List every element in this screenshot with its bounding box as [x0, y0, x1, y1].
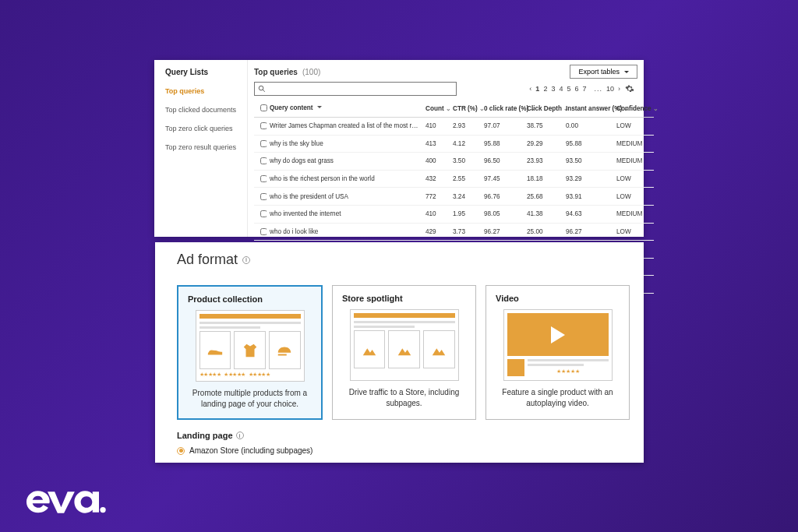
cell-cd: 23.93 — [524, 153, 563, 171]
cell-zcr: 96.50 — [481, 153, 524, 171]
cell-query: who invented the internet — [267, 205, 422, 223]
chevron-down-icon — [624, 71, 629, 76]
info-icon[interactable]: i — [242, 256, 250, 264]
col-header[interactable]: Query content — [267, 99, 422, 118]
page-6[interactable]: 6 — [574, 85, 578, 93]
sidebar-item-0[interactable]: Top queries — [165, 87, 247, 95]
svg-point-2 — [100, 507, 105, 513]
page-2[interactable]: 2 — [543, 85, 547, 93]
sidebar: Query Lists Top queriesTop clicked docum… — [154, 60, 248, 237]
cell-conf: MEDIUM — [613, 135, 654, 153]
page-ellipsis: ... — [594, 85, 602, 93]
ad-format-card-video[interactable]: Video★★★★★Feature a single product with … — [486, 285, 630, 420]
card-thumb: ★★★★★ — [503, 309, 613, 381]
export-tables-button[interactable]: Export tables — [570, 65, 637, 79]
cell-query: who is the president of USA — [267, 188, 422, 206]
table-row[interactable]: who invented the internet4101.9598.0541.… — [254, 205, 654, 223]
cell-ia: 94.63 — [563, 205, 613, 223]
row-checkbox[interactable] — [260, 193, 267, 200]
card-title: Video — [496, 294, 519, 303]
page-4[interactable]: 4 — [559, 85, 563, 93]
col-header[interactable]: Click Depth⌄ — [524, 99, 563, 118]
cell-ia: 0.00 — [563, 118, 613, 136]
sidebar-title: Query Lists — [165, 68, 247, 76]
landing-page-title: Landing page i — [177, 431, 630, 440]
page-last[interactable]: 10 — [606, 85, 614, 93]
cell-cd: 41.38 — [524, 205, 563, 223]
cell-zcr: 96.76 — [481, 188, 524, 206]
cell-ctr: 3.50 — [450, 153, 481, 171]
cell-cd: 18.18 — [524, 170, 563, 188]
search-input[interactable] — [254, 82, 457, 96]
query-main: Top queries (100) Export tables ‹ 123456… — [248, 60, 644, 237]
cell-ctr: 4.12 — [450, 135, 481, 153]
sort-icon: ⌄ — [446, 105, 451, 112]
gear-icon[interactable] — [625, 84, 634, 95]
cell-count: 432 — [422, 170, 450, 188]
info-icon[interactable]: i — [236, 432, 244, 439]
pagination: ‹ 1234567 ... 10 › — [529, 85, 620, 93]
result-count: (100) — [302, 68, 320, 76]
cell-ia: 93.50 — [563, 153, 613, 171]
cell-conf: LOW — [613, 170, 654, 188]
row-checkbox[interactable] — [260, 210, 267, 217]
radio-selected-icon — [177, 447, 185, 455]
svg-point-0 — [259, 86, 263, 90]
sidebar-item-2[interactable]: Top zero click queries — [165, 125, 247, 132]
table-row[interactable]: Writer James Chapman created a list of t… — [254, 118, 654, 136]
col-header[interactable]: Confidence⌄ — [613, 99, 654, 118]
page-3[interactable]: 3 — [551, 85, 555, 93]
ad-format-cards: Product collection★★★★★★★★★★★★★★★Promote… — [177, 285, 630, 420]
cell-count: 429 — [422, 223, 450, 241]
card-desc: Drive traffic to a Store, including subp… — [342, 387, 466, 408]
select-all-checkbox[interactable] — [260, 104, 267, 111]
cell-ia: 93.29 — [563, 170, 613, 188]
cell-count: 413 — [422, 135, 450, 153]
table-row[interactable]: why is the sky blue4134.1295.8829.2995.8… — [254, 135, 654, 153]
cell-conf: LOW — [613, 223, 654, 241]
cell-ctr: 2.55 — [450, 170, 481, 188]
cell-zcr: 97.45 — [481, 170, 524, 188]
table-row[interactable]: who do i look like4293.7396.2725.0096.27… — [254, 223, 654, 241]
col-header[interactable]: 0 click rate (%)⌄ — [481, 99, 524, 118]
ad-format-card-collection[interactable]: Product collection★★★★★★★★★★★★★★★Promote… — [177, 285, 323, 420]
cell-query: Writer James Chapman created a list of t… — [267, 118, 422, 136]
cell-count: 410 — [422, 205, 450, 223]
page-7[interactable]: 7 — [582, 85, 586, 93]
sidebar-item-3[interactable]: Top zero result queries — [165, 143, 247, 151]
play-icon — [507, 313, 609, 356]
page-next[interactable]: › — [618, 85, 620, 93]
cell-zcr: 98.05 — [481, 205, 524, 223]
cell-count: 410 — [422, 118, 450, 136]
col-header[interactable]: Instant answer (%)⌄ — [563, 99, 613, 118]
cell-query: why do dogs eat grass — [267, 153, 422, 171]
cell-ctr: 1.95 — [450, 205, 481, 223]
row-checkbox[interactable] — [260, 228, 267, 235]
row-checkbox[interactable] — [260, 140, 267, 147]
table-row[interactable]: who is the president of USA7723.2496.762… — [254, 188, 654, 206]
card-desc: Feature a single product with an autopla… — [496, 387, 620, 408]
col-header[interactable]: Count⌄ — [422, 99, 450, 118]
page-5[interactable]: 5 — [567, 85, 570, 93]
page-prev[interactable]: ‹ — [529, 85, 531, 93]
ad-format-card-spotlight[interactable]: Store spotlight★Drive traffic to a Store… — [332, 285, 476, 420]
cell-ia: 96.27 — [563, 223, 613, 241]
col-header[interactable]: CTR (%)⌄ — [450, 99, 481, 118]
table-row[interactable]: why do dogs eat grass4003.5096.5023.9393… — [254, 153, 654, 171]
cell-zcr: 95.88 — [481, 135, 524, 153]
row-checkbox[interactable] — [260, 157, 267, 164]
table-row[interactable]: who is the richest person in the world43… — [254, 170, 654, 188]
cell-conf: LOW — [613, 188, 654, 206]
sidebar-item-1[interactable]: Top clicked documents — [165, 106, 247, 114]
cell-conf: LOW — [613, 118, 654, 136]
cell-count: 400 — [422, 153, 450, 171]
row-checkbox[interactable] — [260, 122, 267, 129]
cell-query: who is the richest person in the world — [267, 170, 422, 188]
page-1[interactable]: 1 — [535, 85, 539, 93]
card-thumb: ★★★★★★★★★★★★★★★ — [196, 310, 305, 382]
landing-page-option[interactable]: Amazon Store (including subpages) — [177, 446, 630, 455]
cell-ia: 93.91 — [563, 188, 613, 206]
query-lists-panel: Query Lists Top queriesTop clicked docum… — [154, 60, 644, 237]
sort-icon — [315, 104, 322, 111]
row-checkbox[interactable] — [260, 175, 267, 182]
